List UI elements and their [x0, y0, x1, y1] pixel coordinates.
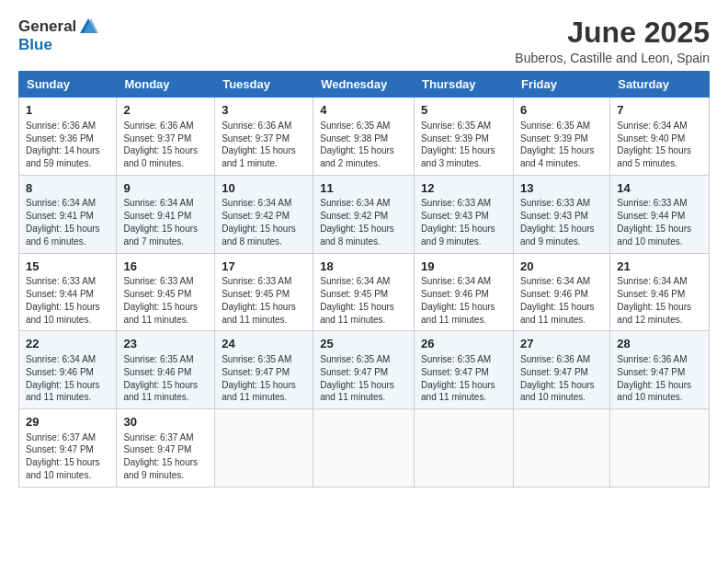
day-cell: 14Sunrise: 6:33 AM Sunset: 9:44 PM Dayli… [610, 175, 710, 253]
day-info: Sunrise: 6:36 AM Sunset: 9:36 PM Dayligh… [26, 121, 100, 168]
day-number: 2 [123, 102, 208, 119]
logo-general: General [18, 18, 76, 36]
day-cell: 20Sunrise: 6:34 AM Sunset: 9:46 PM Dayli… [513, 253, 609, 331]
day-info: Sunrise: 6:34 AM Sunset: 9:41 PM Dayligh… [26, 198, 100, 246]
day-info: Sunrise: 6:36 AM Sunset: 9:37 PM Dayligh… [123, 121, 198, 168]
day-cell: 15Sunrise: 6:33 AM Sunset: 9:44 PM Dayli… [19, 253, 117, 331]
calendar-table: Sunday Monday Tuesday Wednesday Thursday… [18, 71, 710, 488]
day-cell [313, 409, 415, 488]
day-number: 21 [617, 259, 702, 275]
day-cell: 12Sunrise: 6:33 AM Sunset: 9:43 PM Dayli… [415, 175, 514, 253]
day-cell: 26Sunrise: 6:35 AM Sunset: 9:47 PM Dayli… [415, 331, 514, 409]
title-block: June 2025 Buberos, Castille and Leon, Sp… [515, 17, 710, 65]
day-info: Sunrise: 6:33 AM Sunset: 9:43 PM Dayligh… [520, 198, 595, 246]
logo-blue: Blue [18, 36, 52, 53]
col-friday: Friday [513, 72, 609, 98]
day-number: 16 [123, 259, 208, 275]
day-number: 8 [26, 180, 109, 197]
day-cell: 3Sunrise: 6:36 AM Sunset: 9:37 PM Daylig… [215, 98, 313, 176]
day-number: 23 [123, 336, 208, 352]
day-cell [513, 409, 609, 488]
day-number: 1 [26, 102, 109, 119]
day-number: 6 [520, 102, 603, 119]
day-cell: 5Sunrise: 6:35 AM Sunset: 9:39 PM Daylig… [415, 98, 514, 176]
day-cell: 17Sunrise: 6:33 AM Sunset: 9:45 PM Dayli… [215, 253, 313, 331]
day-info: Sunrise: 6:34 AM Sunset: 9:42 PM Dayligh… [320, 198, 394, 246]
col-wednesday: Wednesday [313, 72, 415, 98]
day-number: 19 [421, 259, 506, 275]
day-number: 20 [520, 259, 603, 275]
day-cell: 29Sunrise: 6:37 AM Sunset: 9:47 PM Dayli… [19, 409, 117, 488]
day-info: Sunrise: 6:33 AM Sunset: 9:45 PM Dayligh… [222, 276, 296, 324]
day-info: Sunrise: 6:34 AM Sunset: 9:46 PM Dayligh… [617, 276, 691, 324]
day-number: 26 [421, 336, 506, 352]
main-title: June 2025 [515, 17, 710, 49]
day-info: Sunrise: 6:35 AM Sunset: 9:46 PM Dayligh… [123, 354, 198, 402]
day-number: 12 [421, 180, 506, 197]
day-cell: 13Sunrise: 6:33 AM Sunset: 9:43 PM Dayli… [513, 175, 609, 253]
day-info: Sunrise: 6:34 AM Sunset: 9:46 PM Dayligh… [421, 276, 495, 324]
day-cell [415, 409, 514, 488]
day-number: 24 [222, 336, 306, 352]
day-info: Sunrise: 6:35 AM Sunset: 9:39 PM Dayligh… [520, 121, 595, 168]
day-number: 27 [520, 336, 603, 352]
day-cell: 6Sunrise: 6:35 AM Sunset: 9:39 PM Daylig… [513, 98, 609, 176]
day-number: 11 [320, 180, 407, 197]
col-thursday: Thursday [415, 72, 514, 98]
col-monday: Monday [117, 72, 215, 98]
day-cell: 21Sunrise: 6:34 AM Sunset: 9:46 PM Dayli… [610, 253, 710, 331]
day-info: Sunrise: 6:36 AM Sunset: 9:47 PM Dayligh… [520, 354, 595, 402]
week-row-4: 29Sunrise: 6:37 AM Sunset: 9:47 PM Dayli… [19, 409, 710, 488]
logo: General Blue [18, 17, 98, 54]
day-info: Sunrise: 6:34 AM Sunset: 9:40 PM Dayligh… [617, 121, 691, 168]
day-info: Sunrise: 6:33 AM Sunset: 9:44 PM Dayligh… [26, 276, 100, 324]
day-number: 28 [617, 336, 702, 352]
day-info: Sunrise: 6:35 AM Sunset: 9:38 PM Dayligh… [320, 121, 394, 168]
day-info: Sunrise: 6:36 AM Sunset: 9:37 PM Dayligh… [222, 121, 296, 168]
day-number: 25 [320, 336, 407, 352]
day-cell: 8Sunrise: 6:34 AM Sunset: 9:41 PM Daylig… [19, 175, 117, 253]
day-cell: 25Sunrise: 6:35 AM Sunset: 9:47 PM Dayli… [313, 331, 415, 409]
day-info: Sunrise: 6:33 AM Sunset: 9:43 PM Dayligh… [421, 198, 495, 246]
header: General Blue June 2025 Buberos, Castille… [18, 17, 710, 65]
day-cell: 22Sunrise: 6:34 AM Sunset: 9:46 PM Dayli… [19, 331, 117, 409]
day-number: 29 [26, 414, 109, 431]
day-cell: 27Sunrise: 6:36 AM Sunset: 9:47 PM Dayli… [513, 331, 609, 409]
day-number: 13 [520, 180, 603, 197]
day-info: Sunrise: 6:35 AM Sunset: 9:47 PM Dayligh… [222, 354, 296, 402]
day-number: 3 [222, 102, 306, 119]
day-number: 30 [123, 414, 208, 431]
day-info: Sunrise: 6:35 AM Sunset: 9:47 PM Dayligh… [320, 354, 394, 402]
day-info: Sunrise: 6:33 AM Sunset: 9:45 PM Dayligh… [123, 276, 198, 324]
day-cell: 16Sunrise: 6:33 AM Sunset: 9:45 PM Dayli… [117, 253, 215, 331]
day-info: Sunrise: 6:34 AM Sunset: 9:46 PM Dayligh… [26, 354, 100, 402]
day-number: 9 [123, 180, 208, 197]
day-cell: 9Sunrise: 6:34 AM Sunset: 9:41 PM Daylig… [117, 175, 215, 253]
day-number: 18 [320, 259, 407, 275]
col-tuesday: Tuesday [215, 72, 313, 98]
day-info: Sunrise: 6:34 AM Sunset: 9:46 PM Dayligh… [520, 276, 595, 324]
day-cell: 24Sunrise: 6:35 AM Sunset: 9:47 PM Dayli… [215, 331, 313, 409]
subtitle: Buberos, Castille and Leon, Spain [515, 51, 710, 65]
week-row-1: 8Sunrise: 6:34 AM Sunset: 9:41 PM Daylig… [19, 175, 710, 253]
header-row: Sunday Monday Tuesday Wednesday Thursday… [19, 72, 710, 98]
day-info: Sunrise: 6:34 AM Sunset: 9:45 PM Dayligh… [320, 276, 394, 324]
day-info: Sunrise: 6:35 AM Sunset: 9:39 PM Dayligh… [421, 121, 495, 168]
day-cell: 10Sunrise: 6:34 AM Sunset: 9:42 PM Dayli… [215, 175, 313, 253]
day-cell [610, 409, 710, 488]
logo-icon [78, 17, 98, 37]
day-number: 4 [320, 102, 407, 119]
day-number: 14 [617, 180, 702, 197]
day-number: 7 [617, 102, 702, 119]
day-cell: 19Sunrise: 6:34 AM Sunset: 9:46 PM Dayli… [415, 253, 514, 331]
day-cell: 4Sunrise: 6:35 AM Sunset: 9:38 PM Daylig… [313, 98, 415, 176]
day-cell: 18Sunrise: 6:34 AM Sunset: 9:45 PM Dayli… [313, 253, 415, 331]
day-cell [215, 409, 313, 488]
day-cell: 1Sunrise: 6:36 AM Sunset: 9:36 PM Daylig… [19, 98, 117, 176]
week-row-0: 1Sunrise: 6:36 AM Sunset: 9:36 PM Daylig… [19, 98, 710, 176]
day-info: Sunrise: 6:34 AM Sunset: 9:41 PM Dayligh… [123, 198, 198, 246]
day-number: 17 [222, 259, 306, 275]
day-number: 22 [26, 336, 109, 352]
day-info: Sunrise: 6:37 AM Sunset: 9:47 PM Dayligh… [26, 432, 100, 480]
day-info: Sunrise: 6:35 AM Sunset: 9:47 PM Dayligh… [421, 354, 495, 402]
